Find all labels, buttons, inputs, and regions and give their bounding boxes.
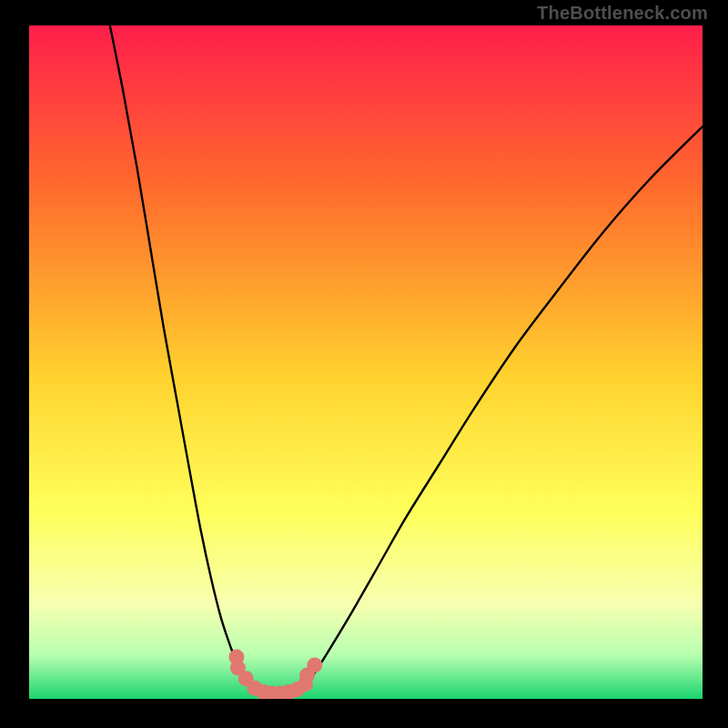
bottleneck-curve bbox=[110, 25, 703, 695]
curve-layer bbox=[29, 25, 703, 699]
watermark-text: TheBottleneck.com bbox=[537, 3, 708, 24]
marker-point bbox=[307, 658, 322, 673]
highlight-markers bbox=[228, 650, 322, 699]
curve-path bbox=[110, 25, 703, 695]
plot-area bbox=[29, 25, 703, 699]
stage: TheBottleneck.com bbox=[0, 0, 728, 728]
